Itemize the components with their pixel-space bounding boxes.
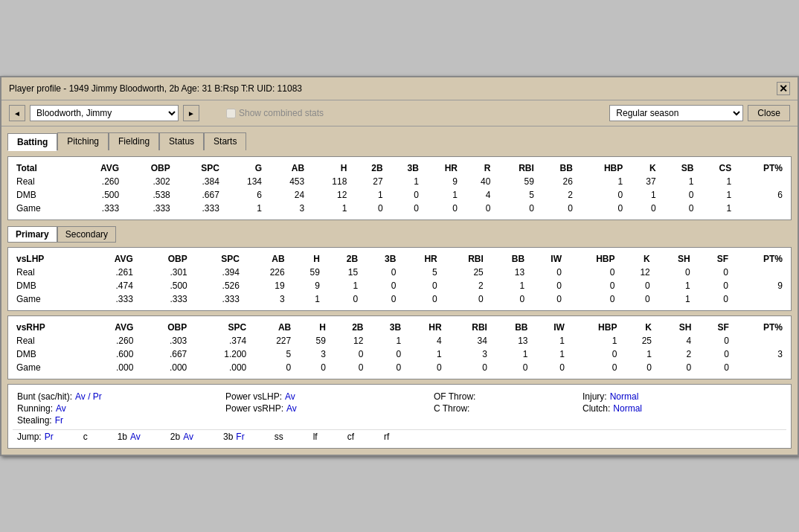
jump-label: Jump:: [17, 432, 42, 442]
clutch-value: Normal: [613, 403, 642, 414]
positions-row: Jump: Pr c 1b Av 2b Av 3b Fr: [13, 429, 786, 443]
show-combined-container: Show combined stats: [226, 108, 324, 118]
player-profile-window: Player profile - 1949 Jimmy Bloodworth, …: [0, 76, 799, 456]
stealing-row: Stealing: Fr: [13, 414, 221, 426]
pos-lf: lf: [313, 432, 318, 442]
pos-cf-label: cf: [347, 432, 354, 442]
power-lhp-row: Power vsLHP: Av: [221, 391, 429, 403]
pos-1b-label: 1b: [118, 432, 127, 442]
pos-ss-label: ss: [275, 432, 283, 442]
stealing-label: Stealing:: [17, 415, 52, 426]
power-rhp-value: Av: [286, 403, 297, 414]
clutch-label: Clutch:: [583, 403, 610, 414]
tab-status[interactable]: Status: [159, 132, 204, 150]
jump-value: Pr: [45, 432, 54, 442]
sub-tabs: Primary Secondary: [7, 226, 792, 243]
vslhp-table: vsLHPAVGOBPSPCABH2B3BHRRBIBBIWHBPKSHSFPT…: [13, 252, 786, 306]
running-value: Av: [56, 403, 66, 414]
pos-cf: cf: [347, 432, 354, 442]
vslhp-panel: vsLHPAVGOBPSPCABH2B3BHRRBIBBIWHBPKSHSFPT…: [7, 247, 792, 311]
pos-lf-label: lf: [313, 432, 318, 442]
power-lhp-value: Av: [285, 391, 295, 402]
title-bar: Player profile - 1949 Jimmy Bloodworth, …: [1, 77, 798, 100]
pos-c: c: [83, 432, 88, 442]
content-area: Batting Pitching Fielding Status Starts …: [1, 126, 798, 455]
show-combined-checkbox[interactable]: [226, 109, 236, 118]
pos-ss: ss: [275, 432, 283, 442]
injury-row: Injury: Normal: [578, 391, 771, 403]
tab-batting[interactable]: Batting: [7, 133, 57, 151]
tab-pitching[interactable]: Pitching: [57, 132, 109, 150]
toolbar: ◄ Bloodworth, Jimmy ► Show combined stat…: [1, 100, 798, 126]
prev-player-button[interactable]: ◄: [9, 105, 25, 121]
pos-c-label: c: [83, 432, 88, 442]
vsrhp-table: vsRHPAVGOBPSPCABH2B3BHRRBIBBIWHBPKSHSFPT…: [13, 321, 786, 374]
tab-starts[interactable]: Starts: [204, 132, 246, 150]
power-rhp-row: Power vsRHP: Av: [221, 403, 429, 414]
injury-value: Normal: [610, 391, 639, 402]
pos-1b-value: Av: [130, 432, 141, 442]
pos-rf: rf: [384, 432, 389, 442]
c-throw-label: C Throw:: [434, 403, 469, 414]
stealing-value: Fr: [55, 415, 63, 426]
pos-1b: 1b Av: [118, 432, 141, 442]
total-stats-panel: TotalAVGOBPSPCGABH2B3BHRRRBIBBHBPKSBCSPT…: [7, 156, 792, 220]
close-button[interactable]: Close: [748, 105, 790, 121]
power-lhp-label: Power vsLHP:: [225, 391, 282, 402]
pos-2b-label: 2b: [170, 432, 180, 442]
season-select[interactable]: Regular season: [609, 105, 743, 121]
pos-3b: 3b Fr: [223, 432, 245, 442]
power-rhp-label: Power vsRHP:: [225, 403, 283, 414]
tab-fielding[interactable]: Fielding: [109, 132, 159, 150]
injury-label: Injury:: [583, 391, 607, 402]
vsrhp-panel: vsRHPAVGOBPSPCABH2B3BHRRBIBBIWHBPKSHSFPT…: [7, 315, 792, 379]
jump-item: Jump: Pr: [17, 432, 54, 442]
c-throw-row: C Throw:: [429, 403, 578, 414]
window-title: Player profile - 1949 Jimmy Bloodworth, …: [9, 83, 302, 94]
main-tabs: Batting Pitching Fielding Status Starts: [7, 132, 792, 150]
of-throw-label: OF Throw:: [434, 391, 475, 402]
running-row: Running: Av: [13, 403, 221, 414]
sub-tab-secondary[interactable]: Secondary: [57, 226, 116, 243]
pos-3b-value: Fr: [236, 432, 244, 442]
bunt-row: Bunt (sac/hit): Av / Pr: [13, 391, 221, 403]
pos-2b-value: Av: [183, 432, 193, 442]
pos-2b: 2b Av: [170, 432, 193, 442]
bunt-label: Bunt (sac/hit):: [17, 391, 72, 402]
sub-tab-primary[interactable]: Primary: [7, 226, 57, 243]
bottom-panel: Bunt (sac/hit): Av / Pr Power vsLHP: Av …: [7, 384, 792, 449]
pos-rf-label: rf: [384, 432, 389, 442]
clutch-row: Clutch: Normal: [578, 403, 771, 414]
pos-3b-label: 3b: [223, 432, 233, 442]
show-combined-label: Show combined stats: [239, 108, 324, 118]
player-select[interactable]: Bloodworth, Jimmy: [30, 105, 179, 121]
of-throw-row: OF Throw:: [429, 391, 578, 403]
total-stats-table: TotalAVGOBPSPCGABH2B3BHRRRBIBBHBPKSBCSPT…: [13, 161, 786, 215]
bunt-value: Av / Pr: [75, 391, 102, 402]
next-player-button[interactable]: ►: [183, 105, 199, 121]
window-close-button[interactable]: ✕: [777, 82, 790, 95]
running-label: Running:: [17, 403, 53, 414]
